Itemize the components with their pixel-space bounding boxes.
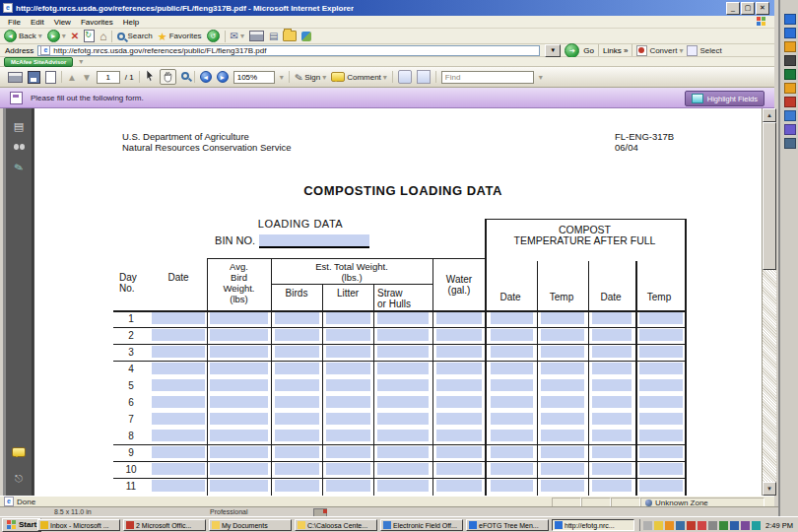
- form-field-litter-row10[interactable]: [326, 463, 370, 475]
- form-field-compost-date-2-row8[interactable]: [592, 430, 632, 441]
- form-field-avg-bird-weight-row5[interactable]: [210, 379, 268, 391]
- pdf-print-button[interactable]: [8, 72, 23, 83]
- hand-tool-button[interactable]: [160, 69, 176, 85]
- form-field-date-row3[interactable]: [152, 346, 205, 358]
- form-field-compost-temp-2-row3[interactable]: [639, 346, 683, 358]
- print-button[interactable]: [249, 31, 264, 41]
- taskbar-button-6[interactable]: eFOTG Tree Men...: [466, 519, 549, 531]
- menu-item-file[interactable]: File: [8, 18, 21, 27]
- highlight-fields-button[interactable]: Highlight Fields: [685, 91, 765, 106]
- form-field-straw-row3[interactable]: [377, 346, 429, 358]
- taskbar-button-7[interactable]: http://efotg.nrc...: [552, 519, 634, 531]
- mail-button[interactable]: ✉▾: [231, 31, 244, 41]
- office-bar-icon[interactable]: [784, 83, 796, 94]
- pdf-save-button[interactable]: [28, 71, 40, 84]
- form-field-avg-bird-weight-row4[interactable]: [210, 363, 268, 374]
- minimize-button[interactable]: _: [726, 2, 740, 15]
- form-field-compost-temp-2-row9[interactable]: [639, 446, 683, 458]
- form-field-water-row4[interactable]: [436, 363, 482, 374]
- taskbar-button-4[interactable]: C:\Caloosa Cente...: [295, 519, 377, 531]
- form-field-compost-temp-2-row4[interactable]: [639, 363, 683, 374]
- form-field-compost-temp-1-row1[interactable]: [541, 312, 584, 324]
- office-bar-icon[interactable]: [784, 124, 796, 135]
- tray-icon[interactable]: [752, 521, 761, 530]
- select-tool-button[interactable]: [145, 70, 155, 84]
- form-field-compost-date-1-row8[interactable]: [491, 430, 533, 441]
- previous-page-button[interactable]: ▲: [67, 72, 77, 83]
- form-field-compost-temp-2-row7[interactable]: [639, 413, 683, 425]
- scrollbar-thumb[interactable]: [763, 122, 776, 270]
- sign-button[interactable]: ✎ Sign▾: [295, 72, 326, 83]
- menu-item-favorites[interactable]: Favorites: [81, 18, 113, 27]
- form-field-compost-temp-2-row6[interactable]: [639, 396, 683, 408]
- tray-icon[interactable]: [665, 521, 674, 530]
- scroll-up-button[interactable]: ▲: [763, 108, 776, 122]
- taskbar-button-2[interactable]: 2 Microsoft Offic...: [123, 519, 206, 531]
- form-field-compost-temp-2-row10[interactable]: [639, 463, 683, 475]
- form-field-water-row11[interactable]: [436, 480, 482, 492]
- form-field-compost-date-2-row5[interactable]: [592, 379, 632, 391]
- form-field-avg-bird-weight-row6[interactable]: [210, 396, 268, 408]
- page-number-input[interactable]: 1: [97, 71, 120, 84]
- form-field-straw-row8[interactable]: [377, 430, 429, 441]
- form-field-straw-row9[interactable]: [377, 446, 429, 458]
- form-field-compost-temp-2-row1[interactable]: [639, 312, 683, 324]
- form-field-litter-row6[interactable]: [326, 396, 370, 408]
- form-field-compost-date-2-row2[interactable]: [592, 329, 632, 341]
- form-field-compost-date-1-row3[interactable]: [491, 346, 533, 358]
- form-field-compost-temp-1-row11[interactable]: [541, 480, 584, 492]
- tray-icon[interactable]: [730, 521, 739, 530]
- form-field-avg-bird-weight-row7[interactable]: [210, 413, 268, 425]
- form-field-birds-row10[interactable]: [275, 463, 319, 475]
- tray-icon[interactable]: [676, 521, 685, 530]
- forward-button[interactable]: ► ▾: [47, 30, 66, 42]
- edit-button[interactable]: ▤: [269, 31, 278, 41]
- form-field-straw-row2[interactable]: [377, 329, 429, 341]
- form-field-straw-row10[interactable]: [377, 463, 429, 475]
- links-label[interactable]: Links »: [603, 46, 628, 55]
- tray-icon[interactable]: [643, 521, 652, 530]
- tray-icon[interactable]: [719, 521, 728, 530]
- form-field-compost-temp-1-row3[interactable]: [541, 346, 584, 358]
- form-field-compost-date-2-row7[interactable]: [592, 413, 632, 425]
- form-field-compost-date-2-row4[interactable]: [592, 363, 632, 374]
- form-field-compost-date-1-row10[interactable]: [491, 463, 533, 475]
- office-bar-icon[interactable]: [784, 55, 796, 66]
- form-field-birds-row6[interactable]: [275, 396, 319, 408]
- form-field-water-row7[interactable]: [436, 413, 482, 425]
- refresh-button[interactable]: ↻: [84, 30, 95, 42]
- form-field-water-row1[interactable]: [436, 312, 482, 324]
- form-field-compost-temp-1-row6[interactable]: [541, 396, 584, 408]
- form-field-compost-date-1-row5[interactable]: [491, 379, 533, 391]
- tray-icon[interactable]: [687, 521, 696, 530]
- form-field-water-row9[interactable]: [436, 446, 482, 458]
- form-field-straw-row7[interactable]: [377, 413, 429, 425]
- form-field-compost-temp-1-row2[interactable]: [541, 329, 584, 341]
- search-button[interactable]: Search: [117, 32, 152, 40]
- form-field-date-row11[interactable]: [152, 480, 205, 492]
- form-field-compost-date-1-row9[interactable]: [491, 446, 533, 458]
- form-field-birds-row5[interactable]: [275, 379, 319, 391]
- form-field-water-row8[interactable]: [436, 430, 482, 441]
- address-dropdown-button[interactable]: ▾: [545, 44, 561, 57]
- form-field-birds-row9[interactable]: [275, 446, 319, 458]
- tray-icon[interactable]: [654, 521, 663, 530]
- form-field-avg-bird-weight-row1[interactable]: [210, 312, 268, 324]
- form-field-compost-date-2-row6[interactable]: [592, 396, 632, 408]
- form-field-date-row9[interactable]: [152, 446, 205, 458]
- continuous-layout-button[interactable]: [417, 70, 431, 84]
- form-field-date-row10[interactable]: [152, 463, 205, 475]
- form-field-straw-row4[interactable]: [377, 363, 429, 374]
- form-field-compost-date-2-row9[interactable]: [592, 446, 632, 458]
- form-field-avg-bird-weight-row10[interactable]: [210, 463, 268, 475]
- convert-button[interactable]: Convert ▾: [636, 45, 683, 56]
- back-dropdown-icon[interactable]: ▾: [38, 32, 42, 40]
- taskbar-button-3[interactable]: My Documents: [209, 519, 292, 531]
- form-field-litter-row5[interactable]: [326, 379, 370, 391]
- form-field-compost-temp-1-row10[interactable]: [541, 463, 584, 475]
- vertical-scrollbar[interactable]: ▲ ▼: [762, 108, 776, 496]
- form-field-litter-row3[interactable]: [326, 346, 370, 358]
- form-field-compost-date-1-row11[interactable]: [491, 480, 533, 492]
- form-field-straw-row1[interactable]: [377, 312, 429, 324]
- form-field-compost-date-2-row1[interactable]: [592, 312, 632, 324]
